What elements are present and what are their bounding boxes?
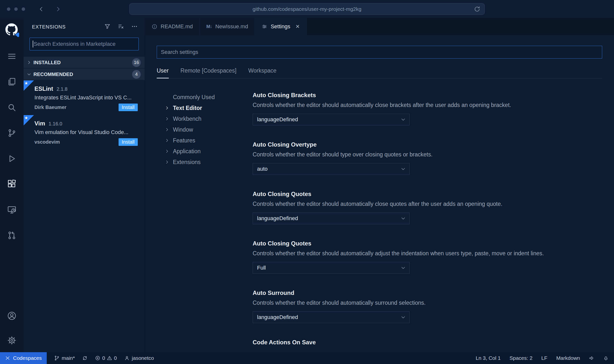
window-minimize-button[interactable] xyxy=(14,7,18,11)
tab-newissue[interactable]: M↓ NewIssue.md xyxy=(200,18,255,35)
account-button[interactable] xyxy=(0,303,24,329)
setting-select[interactable]: languageDefined xyxy=(253,311,410,323)
extensions-search-input[interactable] xyxy=(30,38,139,50)
search-icon xyxy=(7,103,16,112)
close-tab-icon[interactable]: ✕ xyxy=(295,24,300,30)
chevron-left-icon xyxy=(38,6,45,13)
setting-title: Code Actions On Save xyxy=(253,339,602,346)
settings-editor: User Remote [Codespaces] Workspace Commo… xyxy=(145,35,614,352)
browser-chrome: github.com/codespaces/user-my-project-mg… xyxy=(0,0,614,18)
extensions-sidebar: EXTENSIONS INSTALLED 16 xyxy=(24,18,145,352)
indentation-status[interactable]: Spaces: 2 xyxy=(509,355,532,361)
activity-remote-explorer[interactable] xyxy=(0,197,24,223)
extension-version: 1.16.0 xyxy=(49,121,62,127)
error-icon xyxy=(95,355,100,361)
scope-tab-remote[interactable]: Remote [Codespaces] xyxy=(181,67,237,78)
codespaces-label: Codespaces xyxy=(13,355,42,361)
toc-workbench[interactable]: Workbench xyxy=(165,113,253,124)
section-label: RECOMMENDED xyxy=(33,72,73,77)
setting-select[interactable]: languageDefined xyxy=(253,114,410,125)
cursor-position-status[interactable]: Ln 3, Col 1 xyxy=(476,355,501,361)
feedback-button[interactable] xyxy=(589,355,594,361)
select-value: Full xyxy=(257,265,266,271)
menu-button[interactable] xyxy=(0,44,24,69)
setting-select[interactable]: Full xyxy=(253,262,410,274)
setting-select[interactable]: auto xyxy=(253,163,410,175)
chevron-down-icon xyxy=(27,72,31,77)
settings-sliders-icon xyxy=(261,24,267,30)
activity-extensions[interactable] xyxy=(0,171,24,197)
toc-text-editor[interactable]: Text Editor xyxy=(165,103,253,113)
setting-description: Controls whether the editor should autom… xyxy=(253,201,602,207)
explorer-icon xyxy=(7,77,16,87)
filter-extensions-button[interactable] xyxy=(104,23,111,31)
sync-icon xyxy=(82,355,88,361)
activity-source-control[interactable] xyxy=(0,120,24,146)
branch-status[interactable]: main* xyxy=(54,355,75,361)
select-value: languageDefined xyxy=(257,314,298,320)
activity-bar xyxy=(0,18,24,352)
setting-title: Auto Closing Quotes xyxy=(253,240,602,247)
tab-label: Settings xyxy=(271,23,290,30)
chevron-right-icon xyxy=(165,127,169,132)
toc-application[interactable]: Application xyxy=(165,146,253,157)
remote-explorer-icon xyxy=(7,205,16,214)
window-controls xyxy=(7,7,25,11)
manage-settings-button[interactable] xyxy=(0,329,24,352)
tab-settings[interactable]: Settings ✕ xyxy=(255,18,307,35)
toc-features[interactable]: Features xyxy=(165,135,253,146)
user-status[interactable]: jasonetco xyxy=(124,355,154,361)
editor-area: README.md M↓ NewIssue.md Settings ✕ User… xyxy=(145,18,614,352)
scope-tab-workspace[interactable]: Workspace xyxy=(248,67,276,78)
github-codespaces-logo[interactable] xyxy=(5,23,18,36)
toc-window[interactable]: Window xyxy=(165,124,253,135)
sync-button[interactable] xyxy=(82,355,88,361)
clear-extensions-search-button[interactable] xyxy=(118,23,124,31)
activity-pull-requests[interactable] xyxy=(0,223,24,248)
text-caret xyxy=(33,41,33,47)
install-button[interactable]: Install xyxy=(119,138,138,146)
activity-run-debug[interactable] xyxy=(0,146,24,171)
scope-tab-user[interactable]: User xyxy=(157,67,169,78)
address-bar[interactable]: github.com/codespaces/user-my-project-mg… xyxy=(129,3,485,15)
extension-description: Integrates ESLint JavaScript into VS C..… xyxy=(34,94,138,101)
problems-status[interactable]: 0 0 xyxy=(95,355,117,361)
chevron-down-icon xyxy=(400,166,406,172)
extension-list-item[interactable]: ★ ESLint 2.1.8 Integrates ESLint JavaScr… xyxy=(24,80,145,115)
chevron-right-icon xyxy=(165,149,169,154)
toc-commonly-used[interactable]: Commonly Used xyxy=(165,92,253,103)
activity-search[interactable] xyxy=(0,95,24,120)
chevron-down-icon xyxy=(400,265,406,271)
setting-item: Auto Closing Brackets Controls whether t… xyxy=(253,92,602,125)
language-mode-status[interactable]: Markdown xyxy=(556,355,580,361)
remote-indicator-icon xyxy=(5,355,10,361)
browser-forward-button[interactable] xyxy=(55,6,61,13)
setting-select[interactable]: languageDefined xyxy=(253,212,410,224)
chevron-right-icon xyxy=(27,60,31,65)
section-count-badge: 16 xyxy=(132,58,141,67)
toc-extensions[interactable]: Extensions xyxy=(165,157,253,167)
extension-list-item[interactable]: ★ Vim 1.16.0 Vim emulation for Visual St… xyxy=(24,115,145,150)
setting-item: Auto Closing Quotes Controls whether the… xyxy=(253,240,602,274)
refresh-icon xyxy=(474,6,481,13)
activity-explorer[interactable] xyxy=(0,69,24,95)
username: jasonetco xyxy=(132,355,154,361)
section-installed[interactable]: INSTALLED 16 xyxy=(24,57,145,68)
window-close-button[interactable] xyxy=(7,7,10,11)
browser-back-button[interactable] xyxy=(38,6,45,13)
reload-button[interactable] xyxy=(474,6,481,14)
codespaces-remote-button[interactable]: Codespaces xyxy=(0,352,47,364)
notifications-button[interactable] xyxy=(603,355,609,361)
feedback-megaphone-icon xyxy=(589,355,594,361)
settings-list: Auto Closing Brackets Controls whether t… xyxy=(253,92,602,352)
eol-status[interactable]: LF xyxy=(541,355,548,361)
chevron-down-icon xyxy=(400,117,406,122)
section-recommended[interactable]: RECOMMENDED 4 xyxy=(24,69,145,80)
window-zoom-button[interactable] xyxy=(22,7,25,11)
info-icon xyxy=(152,24,157,30)
tab-readme[interactable]: README.md xyxy=(145,18,200,35)
install-button[interactable]: Install xyxy=(119,104,138,111)
settings-search-input[interactable] xyxy=(157,46,602,59)
more-actions-button[interactable] xyxy=(131,23,138,31)
filter-icon xyxy=(104,23,111,30)
